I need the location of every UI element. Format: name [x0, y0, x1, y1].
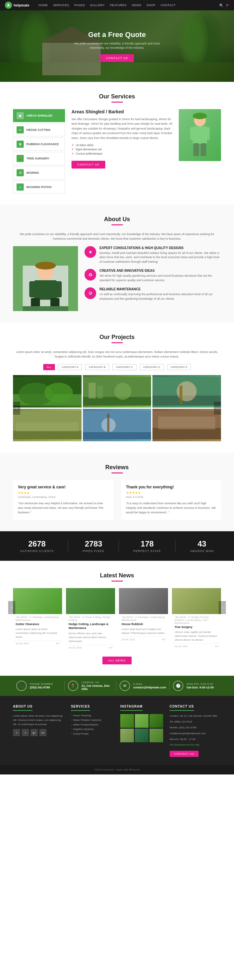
hero-content: Get a Free Quote We pride ourselves on o…: [0, 10, 234, 82]
news-title-2[interactable]: House Rubbish: [119, 622, 168, 628]
service-tab-5[interactable]: 💧 WASHING PATIOS: [13, 181, 65, 194]
social-facebook[interactable]: f: [13, 729, 20, 736]
svg-rect-34: [83, 432, 151, 439]
footer-contact-button[interactable]: CONTACT US: [170, 751, 199, 757]
review-card-1: Thank you for everything! ★★★★★ Dave & C…: [121, 480, 221, 520]
project-item-1[interactable]: [83, 375, 151, 407]
news-title-3[interactable]: Tree Surgery: [172, 625, 221, 631]
services-title: Our Services: [13, 93, 221, 100]
carousel-next[interactable]: ›: [214, 402, 221, 415]
news-meta-3: By Admin In Hedge Pruning, Gardens, Land…: [172, 614, 221, 625]
footer-service-3[interactable]: Irrigation Systems: [71, 728, 114, 730]
nav-home[interactable]: HOME: [36, 3, 50, 7]
navbar-logo[interactable]: helpmate: [5, 2, 29, 9]
nav-gallery[interactable]: GALLERY: [88, 3, 108, 7]
flag-icon[interactable]: 🏳: [226, 3, 229, 7]
filter-all[interactable]: ALL: [43, 364, 55, 370]
filter-cat-c[interactable]: CATEGORY C: [113, 364, 137, 370]
all-news-button[interactable]: ALL NEWS: [102, 657, 131, 664]
about-features: ★ EXPERT CONSULTATIONS & HIGH QUALITY DE…: [84, 246, 221, 311]
project-item-4[interactable]: [83, 409, 151, 441]
filter-cat-b[interactable]: CATEGORY B: [85, 364, 109, 370]
news-divider: [111, 581, 123, 582]
footer-map-link[interactable]: Get directions on the map: [170, 743, 221, 746]
footer-service-0[interactable]: Grass Cleaning: [71, 714, 114, 717]
hero-cta-button[interactable]: CONTACT US: [100, 54, 134, 62]
projects-carousel: ‹ ›: [13, 375, 221, 441]
svg-rect-39: [158, 416, 215, 429]
footer: ABOUT US Lorem ipsum dolor sit amet, non…: [0, 696, 234, 765]
about-feature-0: ★ EXPERT CONSULTATIONS & HIGH QUALITY DE…: [84, 246, 221, 264]
service-contact-button[interactable]: CONTACT US: [72, 161, 105, 169]
project-filters: ALL CATEGORY A CATEGORY B CATEGORY C CAT…: [13, 364, 221, 370]
nav-news[interactable]: NEWS: [129, 3, 144, 7]
service-icon-0: ▦: [17, 112, 24, 119]
footer-contact-mobile: Mobile: (252) 241-6785: [170, 726, 221, 730]
svg-point-25: [114, 382, 131, 400]
social-googleplus[interactable]: g+: [30, 729, 38, 736]
filter-cat-e[interactable]: CATEGORY E: [167, 364, 191, 370]
news-next[interactable]: ›: [219, 601, 226, 614]
expert-icon: ★: [84, 246, 96, 258]
insta-2[interactable]: [150, 714, 163, 728]
service-icon-4: ⚙: [17, 169, 24, 176]
info-email-label: E-MAIL: [133, 682, 166, 686]
nav-features[interactable]: FEATURES: [107, 3, 129, 7]
service-tab-1[interactable]: ✂ HEDGE CUTTING: [13, 123, 65, 136]
project-item-3[interactable]: [13, 409, 81, 441]
insta-0[interactable]: [120, 714, 134, 728]
news-prev[interactable]: ‹: [8, 601, 15, 614]
footer-service-2[interactable]: Water Pumps/Repairs: [71, 723, 114, 726]
stat-1: 2783 PIPES FIXED: [83, 539, 105, 553]
service-icon-5: 💧: [17, 183, 24, 191]
project-item-5[interactable]: [153, 409, 221, 441]
review-1-stars: ★★★★★: [126, 491, 216, 495]
svg-rect-2: [190, 127, 195, 140]
nav-contact[interactable]: CONTACT: [158, 3, 178, 7]
social-twitter[interactable]: t: [22, 729, 29, 736]
carousel-prev[interactable]: ‹: [13, 402, 20, 415]
service-img-placeholder: [179, 109, 221, 161]
news-arrow-left[interactable]: ‹: [8, 601, 15, 614]
insta-3[interactable]: [120, 729, 134, 742]
news-desc-1: Donec efficitur arcu sed nulla ullamcorp…: [66, 632, 115, 645]
footer-about-heading: ABOUT US: [13, 705, 32, 711]
news-arrow-right[interactable]: ›: [219, 601, 226, 614]
insta-4[interactable]: [135, 729, 148, 742]
news-date-3: Jun 03, 2016: [175, 645, 188, 648]
footer-email-text: mail@example@helpmate.com: [170, 732, 206, 735]
footer-contact-email: mail@example@helpmate.com: [170, 732, 221, 735]
news-meta-0: By Admin In Garbage, Landscaping, Mainte…: [13, 614, 62, 622]
service-tab-0[interactable]: ▦ AREAS SHINGLED: [13, 109, 65, 122]
service-tab-2[interactable]: 🗑 RUBBISH CLEARANCE: [13, 138, 65, 151]
news-meta-2: By Admin In Garbage, Landscaping, Mainte…: [119, 614, 168, 622]
nav-shop[interactable]: SHOP: [144, 3, 158, 7]
service-icon-1: ✂: [17, 126, 24, 134]
news-card-0: By Admin In Garbage, Landscaping, Mainte…: [13, 588, 62, 650]
about-img-placeholder: [13, 246, 78, 311]
news-title-0[interactable]: Gutter Clearance: [13, 622, 62, 628]
news-section: Latest News By Admin In Garbage, Landsca…: [0, 561, 234, 676]
service-tab-4[interactable]: ⚙ MOWING: [13, 166, 65, 179]
svg-rect-4: [193, 143, 199, 156]
filter-cat-a[interactable]: CATEGORY A: [58, 364, 82, 370]
about-feature-0-text: Develop, install and maintain beautiful …: [99, 251, 221, 264]
filter-cat-d[interactable]: CATEGORY D: [140, 364, 164, 370]
news-likes-2: ♥ 0: [162, 638, 166, 641]
news-title-1[interactable]: Hedge Cutting, Landscape & Maintenance: [66, 622, 115, 632]
project-item-0[interactable]: [13, 375, 81, 407]
service-tab-3[interactable]: 🌳 TREE SURGERY: [13, 152, 65, 165]
project-item-2[interactable]: [153, 375, 221, 407]
social-linkedin[interactable]: in: [39, 729, 46, 736]
news-desc-3: Ultrices vitae sagittis dui blandit ulla…: [172, 630, 221, 644]
nav-pages[interactable]: PAGES: [72, 3, 88, 7]
svg-rect-23: [88, 382, 96, 398]
footer-service-1[interactable]: Water Filtration Systems: [71, 719, 114, 722]
insta-5[interactable]: [150, 729, 163, 742]
nav-services[interactable]: SERVICES: [50, 3, 72, 7]
footer-service-4[interactable]: Sump Pumps: [71, 732, 114, 735]
services-sidebar: ▦ AREAS SHINGLED ✂ HEDGE CUTTING 🗑 RUBBI…: [13, 109, 65, 195]
search-icon[interactable]: 🔍: [220, 3, 223, 7]
insta-1[interactable]: [135, 714, 148, 728]
map-link-text[interactable]: Get directions on the map: [170, 743, 199, 746]
